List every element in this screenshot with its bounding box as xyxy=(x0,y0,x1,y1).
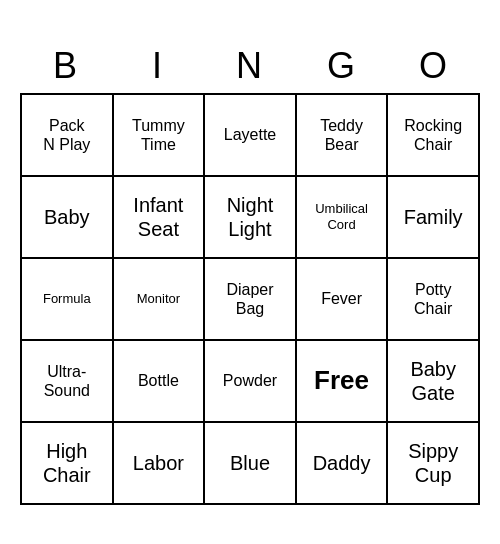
cell-1-4: Family xyxy=(387,176,479,258)
cell-0-1: TummyTime xyxy=(113,94,205,176)
header-o: O xyxy=(388,39,480,93)
cell-2-4: PottyChair xyxy=(387,258,479,340)
cell-3-3: Free xyxy=(296,340,388,422)
free-space: Free xyxy=(314,365,369,395)
cell-3-4: BabyGate xyxy=(387,340,479,422)
cell-4-0: HighChair xyxy=(21,422,113,504)
cell-1-1: InfantSeat xyxy=(113,176,205,258)
cell-1-0: Baby xyxy=(21,176,113,258)
cell-0-2: Layette xyxy=(204,94,296,176)
bingo-grid: PackN PlayTummyTimeLayetteTeddyBearRocki… xyxy=(20,93,480,505)
cell-4-1: Labor xyxy=(113,422,205,504)
bingo-header: B I N G O xyxy=(20,39,480,93)
cell-1-3: UmbilicalCord xyxy=(296,176,388,258)
cell-0-3: TeddyBear xyxy=(296,94,388,176)
cell-3-0: Ultra-Sound xyxy=(21,340,113,422)
cell-2-3: Fever xyxy=(296,258,388,340)
cell-0-0: PackN Play xyxy=(21,94,113,176)
cell-3-1: Bottle xyxy=(113,340,205,422)
cell-4-2: Blue xyxy=(204,422,296,504)
cell-4-3: Daddy xyxy=(296,422,388,504)
cell-3-2: Powder xyxy=(204,340,296,422)
cell-4-4: SippyCup xyxy=(387,422,479,504)
cell-0-4: RockingChair xyxy=(387,94,479,176)
header-b: B xyxy=(20,39,112,93)
cell-1-2: NightLight xyxy=(204,176,296,258)
cell-2-0: Formula xyxy=(21,258,113,340)
cell-2-2: DiaperBag xyxy=(204,258,296,340)
header-i: I xyxy=(112,39,204,93)
header-g: G xyxy=(296,39,388,93)
cell-2-1: Monitor xyxy=(113,258,205,340)
header-n: N xyxy=(204,39,296,93)
